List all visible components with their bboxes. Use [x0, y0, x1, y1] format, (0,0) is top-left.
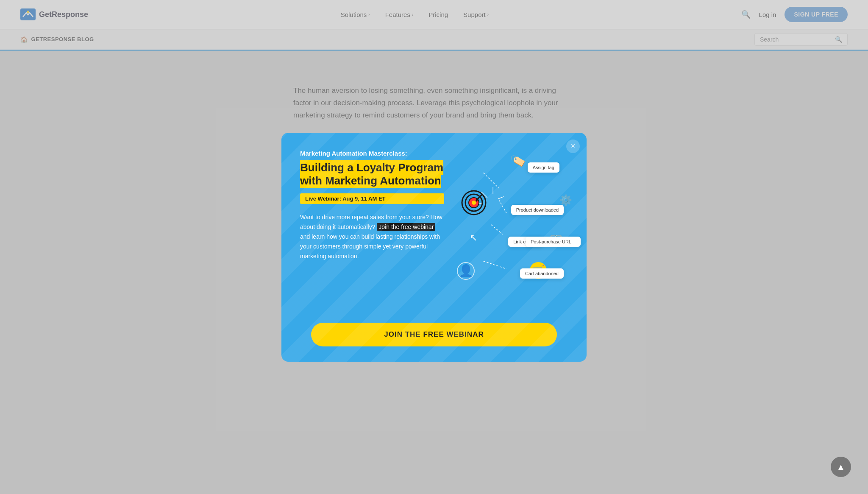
modal-title: Building a Loyalty Program with Marketin…	[300, 161, 444, 187]
svg-line-2	[484, 173, 499, 188]
modal-overlay: × Marketing Automation Masterclass: Buil…	[0, 0, 868, 494]
cart-abandoned-node: Cart abandoned	[520, 268, 564, 279]
post-purchase-node: Post-purchase URL	[526, 237, 581, 247]
svg-line-3	[499, 199, 506, 213]
assign-tag-node: Assign tag	[528, 162, 559, 173]
modal-left: Marketing Automation Masterclass: Buildi…	[300, 150, 444, 308]
modal-title-line1: Building a Loyalty Program	[300, 160, 443, 175]
modal-subtitle: Marketing Automation Masterclass:	[300, 150, 444, 157]
scroll-to-top-button[interactable]: ▲	[831, 457, 851, 477]
svg-line-5	[484, 261, 506, 268]
svg-point-13	[472, 201, 476, 205]
modal-cta-wrapper: JOIN THE FREE WEBINAR	[281, 318, 587, 362]
target-icon	[461, 190, 487, 215]
modal-link[interactable]: Join the free webinar	[377, 223, 435, 231]
svg-line-4	[491, 224, 503, 234]
person-icon: 👤	[457, 262, 475, 280]
product-downloaded-node: Product downloaded	[511, 205, 564, 215]
join-webinar-button[interactable]: JOIN THE FREE WEBINAR	[311, 323, 557, 346]
modal-date: Live Webinar: Aug 9, 11 AM ET	[300, 193, 444, 204]
modal-diagram: 🏷️ Assign tag Product downlo	[453, 150, 568, 308]
modal-body: Marketing Automation Masterclass: Buildi…	[281, 133, 587, 318]
modal-title-line2: with Marketing Automation	[300, 173, 441, 188]
cursor-icon: ↖	[470, 232, 477, 243]
modal: × Marketing Automation Masterclass: Buil…	[281, 133, 587, 362]
modal-description: Want to drive more repeat sales from you…	[300, 212, 444, 261]
gear-icon: ⚙️	[559, 194, 572, 206]
svg-line-8	[498, 196, 504, 198]
tag-icon: 🏷️	[509, 152, 527, 170]
modal-close-button[interactable]: ×	[566, 140, 580, 153]
